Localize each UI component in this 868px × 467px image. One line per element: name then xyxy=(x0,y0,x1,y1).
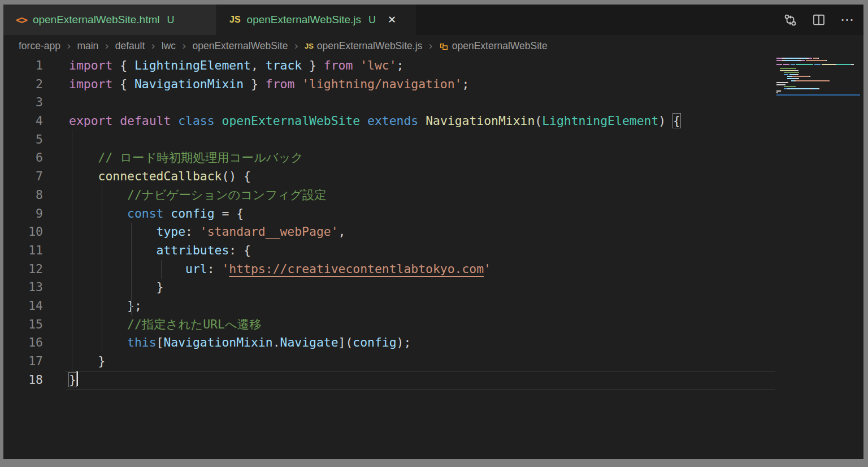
split-editor-icon[interactable] xyxy=(812,13,826,27)
code-text: // ロード時初期処理用コールバック xyxy=(69,149,303,167)
line-number: 8 xyxy=(3,186,43,205)
tab-label: openExternalWebSite.js xyxy=(247,14,361,26)
line-number: 7 xyxy=(3,167,43,186)
code-text: //指定されたURLへ遷移 xyxy=(69,315,262,334)
line-number: 3 xyxy=(3,93,43,112)
code-line: 3 xyxy=(3,93,863,112)
code-line: 5 xyxy=(3,131,863,149)
line-number: 15 xyxy=(3,315,43,334)
line-number: 14 xyxy=(3,297,43,315)
chevron-right-icon: › xyxy=(150,40,156,52)
line-number: 10 xyxy=(3,223,43,241)
tab-openexternalwebsite-html[interactable]: <> openExternalWebSite.html U xyxy=(3,5,217,35)
code-line: 15 //指定されたURLへ遷移 xyxy=(3,315,863,334)
code-text: attributes: { xyxy=(69,241,251,260)
breadcrumb-item[interactable]: default xyxy=(115,40,145,52)
breadcrumb-item[interactable]: JSopenExternalWebSite.js xyxy=(305,40,422,52)
git-untracked-badge: U xyxy=(167,14,175,26)
line-number: 6 xyxy=(3,149,43,167)
vscode-window: <> openExternalWebSite.html U JS openExt… xyxy=(3,5,863,459)
git-untracked-badge: U xyxy=(368,14,376,26)
code-line: 7 connectedCallback() { xyxy=(3,167,863,186)
chevron-right-icon: › xyxy=(66,40,72,52)
chevron-right-icon: › xyxy=(427,40,433,52)
close-tab-icon[interactable]: ✕ xyxy=(388,14,396,26)
breadcrumb: force-app›main›default›lwc›openExternalW… xyxy=(3,35,863,57)
code-line: 10 type: 'standard__webPage', xyxy=(3,223,863,241)
line-number: 18 xyxy=(3,371,43,390)
line-number: 13 xyxy=(3,278,43,297)
text-cursor xyxy=(76,371,78,386)
code-line: 2import { NavigationMixin } from 'lightn… xyxy=(3,75,863,94)
code-text: } xyxy=(69,371,78,390)
js-file-icon: JS xyxy=(305,42,314,50)
line-number: 16 xyxy=(3,334,43,352)
code-line: 12 url: 'https://creativecontentlabtokyo… xyxy=(3,260,863,279)
breadcrumb-label: default xyxy=(115,40,145,52)
line-number: 2 xyxy=(3,75,43,94)
line-number: 4 xyxy=(3,112,43,131)
line-number: 5 xyxy=(3,131,43,149)
code-line: 4export default class openExternalWebSit… xyxy=(3,112,863,131)
breadcrumb-label: main xyxy=(77,40,98,52)
breadcrumb-item[interactable]: force-app xyxy=(19,40,60,52)
line-number: 11 xyxy=(3,241,43,260)
code-line: 17 } xyxy=(3,352,863,371)
minimap[interactable] xyxy=(776,58,860,94)
tab-label: openExternalWebSite.html xyxy=(33,14,160,26)
breadcrumb-item[interactable]: main xyxy=(77,40,98,52)
code-text: } xyxy=(69,278,163,297)
line-number: 1 xyxy=(3,57,43,75)
code-line: 8 //ナビゲーションのコンフィグ設定 xyxy=(3,186,863,205)
html-file-icon: <> xyxy=(16,14,27,26)
more-actions-icon[interactable]: ⋯ xyxy=(840,12,854,28)
code-lines: 1import { LightningElement, track } from… xyxy=(3,57,863,389)
editor-tab-bar: <> openExternalWebSite.html U JS openExt… xyxy=(3,5,863,35)
code-line: 18} xyxy=(3,371,863,390)
code-text: export default class openExternalWebSite… xyxy=(69,112,680,131)
minimap-line xyxy=(776,64,860,66)
code-text: } xyxy=(69,352,105,371)
code-line: 11 attributes: { xyxy=(3,241,863,260)
line-number: 17 xyxy=(3,352,43,371)
breadcrumb-item[interactable]: lwc xyxy=(162,40,176,52)
breadcrumb-item[interactable]: openExternalWebSite xyxy=(193,40,288,52)
minimap-current-line xyxy=(776,94,860,96)
chevron-right-icon: › xyxy=(293,40,299,52)
code-line: 9 const config = { xyxy=(3,205,863,223)
line-number: 12 xyxy=(3,260,43,279)
code-text: //ナビゲーションのコンフィグ設定 xyxy=(69,186,327,205)
chevron-right-icon: › xyxy=(181,40,187,52)
code-line: 1import { LightningElement, track } from… xyxy=(3,57,863,75)
breadcrumb-item[interactable]: openExternalWebSite xyxy=(439,40,548,52)
open-changes-icon[interactable] xyxy=(783,13,797,27)
code-editor[interactable]: 1import { LightningElement, track } from… xyxy=(3,57,863,459)
code-line: 14 }; xyxy=(3,297,863,315)
code-text: const config = { xyxy=(69,205,244,223)
code-line: 13 } xyxy=(3,278,863,297)
symbol-class-icon xyxy=(439,41,449,51)
breadcrumb-label: openExternalWebSite xyxy=(193,40,288,52)
breadcrumb-label: lwc xyxy=(162,40,176,52)
breadcrumb-label: openExternalWebSite xyxy=(452,40,548,52)
code-line: 16 this[NavigationMixin.Navigate](config… xyxy=(3,334,863,352)
code-text: this[NavigationMixin.Navigate](config); xyxy=(69,334,411,352)
breadcrumb-label: force-app xyxy=(19,40,60,52)
breadcrumb-label: openExternalWebSite.js xyxy=(317,40,422,52)
code-text: connectedCallback() { xyxy=(69,167,251,186)
code-text: import { LightningElement, track } from … xyxy=(69,57,404,75)
editor-actions: ⋯ xyxy=(783,5,854,35)
code-text: url: 'https://creativecontentlabtokyo.co… xyxy=(69,260,491,279)
code-text: type: 'standard__webPage', xyxy=(69,223,345,241)
code-text: }; xyxy=(69,297,142,315)
line-number: 9 xyxy=(3,205,43,223)
current-line-border-bottom xyxy=(66,390,775,390)
tab-openexternalwebsite-js[interactable]: JS openExternalWebSite.js U ✕ xyxy=(217,5,416,35)
code-line: 6 // ロード時初期処理用コールバック xyxy=(3,149,863,167)
chevron-right-icon: › xyxy=(103,40,110,52)
js-file-icon: JS xyxy=(229,15,241,25)
code-text: import { NavigationMixin } from 'lightni… xyxy=(69,75,469,94)
